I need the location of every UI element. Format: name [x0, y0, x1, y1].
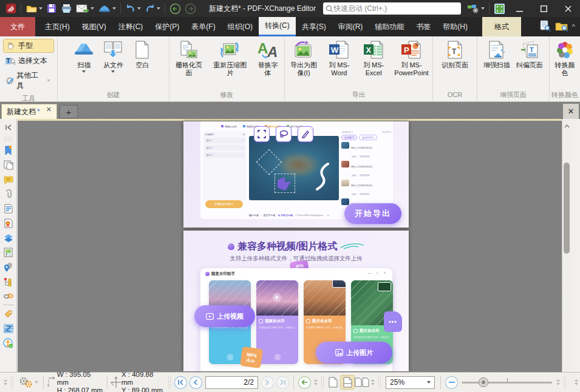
- other-tools-button[interactable]: 其他工具: [3, 69, 54, 92]
- tab-bookmarks[interactable]: 书签: [410, 17, 437, 36]
- statusbar-handle-3[interactable]: [321, 376, 325, 388]
- comments-panel-icon[interactable]: [2, 172, 15, 187]
- preferences-button[interactable]: [18, 376, 38, 388]
- email-button[interactable]: [74, 1, 96, 16]
- previous-page-button[interactable]: [189, 376, 202, 389]
- document-canvas[interactable]: 视频去水印 视频加水印 图片去水印 图片加水印 已选图片⟳ 图片1› 图片2› …: [18, 119, 571, 372]
- collapse-ribbon-icon[interactable]: ^: [572, 23, 575, 30]
- zoom-level-select[interactable]: 25%: [386, 376, 435, 389]
- hand-tool-button[interactable]: 手型: [3, 39, 54, 53]
- to-ms-powerpoint-button[interactable]: P 到 MS-PowerPoint: [391, 38, 432, 78]
- tab-close-icon[interactable]: ✕: [46, 106, 52, 113]
- scrollbar-thumb[interactable]: [564, 163, 570, 254]
- two-page-layout-button[interactable]: [355, 375, 369, 390]
- tab-format[interactable]: 格式: [482, 17, 521, 36]
- tab-organize[interactable]: 组织(O): [222, 17, 259, 36]
- save-button[interactable]: [44, 1, 59, 16]
- continuous-layout-button[interactable]: [340, 375, 355, 390]
- maximize-button[interactable]: [531, 0, 556, 17]
- drag-handle-icon[interactable]: [2, 135, 15, 143]
- replace-fonts-button[interactable]: AA 替换字体: [252, 38, 283, 78]
- signatures-panel-icon[interactable]: [2, 216, 15, 231]
- destinations-panel-icon[interactable]: [2, 260, 15, 274]
- statusbar-handle-2[interactable]: [168, 376, 172, 388]
- structure-panel-icon[interactable]: [2, 274, 15, 289]
- statusbar-overflow-icon[interactable]: [575, 380, 578, 385]
- first-page-button[interactable]: [174, 376, 187, 389]
- new-tab-button[interactable]: +: [60, 105, 78, 118]
- upload-image-button: 上传图片: [316, 342, 392, 363]
- zoom-options-expand-icon[interactable]: [556, 380, 560, 385]
- statusbar-handle-4[interactable]: [378, 376, 382, 388]
- redo-button[interactable]: [143, 1, 162, 16]
- find-in-folder-icon[interactable]: [555, 20, 568, 34]
- fullscreen-button[interactable]: [492, 1, 507, 16]
- ocr-pages-button[interactable]: T 识别页面: [439, 38, 471, 70]
- document-tab[interactable]: 新建文档 * ✕: [1, 104, 57, 119]
- convert-colors-button[interactable]: 转换颜色: [550, 38, 579, 78]
- cloud-icon[interactable]: [96, 1, 118, 16]
- statusbar-handle-5[interactable]: [563, 376, 567, 388]
- close-button[interactable]: [556, 0, 580, 17]
- from-file-button[interactable]: 从文件: [98, 38, 128, 73]
- open-file-button[interactable]: [24, 1, 44, 16]
- minimize-button[interactable]: [507, 0, 531, 17]
- tab-review[interactable]: 审阅(R): [332, 17, 369, 36]
- bookmarks-panel-icon[interactable]: [2, 143, 15, 158]
- next-page-button[interactable]: [261, 376, 274, 389]
- to-ms-excel-button[interactable]: X 到 MS-Excel: [357, 38, 391, 78]
- forward-button[interactable]: [183, 1, 198, 16]
- select-text-button[interactable]: T 选择文本: [3, 55, 54, 67]
- quick-launch-search[interactable]: [323, 2, 461, 15]
- scroll-up-icon[interactable]: [564, 121, 570, 130]
- zoom-slider-thumb[interactable]: [479, 377, 488, 387]
- search-input[interactable]: [333, 4, 449, 13]
- back-button[interactable]: [168, 1, 183, 16]
- accessibility-panel-icon[interactable]: [2, 336, 15, 350]
- undo-button[interactable]: [123, 1, 143, 16]
- last-page-button[interactable]: [276, 376, 289, 389]
- print-button[interactable]: [59, 1, 74, 16]
- statusbar-collapse-icon[interactable]: [4, 380, 7, 385]
- page-number-input[interactable]: [223, 378, 248, 387]
- rasterize-pages-button[interactable]: 栅格化页面: [170, 38, 208, 78]
- tab-accessibility[interactable]: 辅助功能: [369, 17, 410, 36]
- blank-page-button[interactable]: 空白: [128, 38, 157, 70]
- tab-home[interactable]: 主页(H): [39, 17, 76, 36]
- layers-panel-icon[interactable]: [2, 231, 15, 245]
- close-document-button[interactable]: ✕: [563, 104, 579, 119]
- tab-view[interactable]: 视图(V): [76, 17, 112, 36]
- enhance-scan-button[interactable]: 增强扫描: [480, 38, 513, 70]
- fields-panel-icon[interactable]: [2, 201, 15, 216]
- recompress-images-button[interactable]: 重新压缩图片: [208, 38, 252, 78]
- previous-view-button[interactable]: [298, 376, 311, 389]
- tab-convert[interactable]: 转换(C): [259, 17, 296, 36]
- scan-button[interactable]: 扫描: [69, 38, 98, 73]
- to-ms-word-button[interactable]: W 到 MS-Word: [322, 38, 356, 78]
- page-number-field[interactable]: /2: [205, 376, 258, 389]
- tags-panel-icon[interactable]: [2, 306, 15, 321]
- tab-help[interactable]: 帮助(H): [437, 17, 474, 36]
- order-panel-icon[interactable]: [2, 321, 15, 336]
- vertical-scrollbar[interactable]: [562, 119, 571, 372]
- zoom-slider[interactable]: [462, 376, 552, 388]
- tab-file[interactable]: 文件: [0, 17, 35, 36]
- thumbnails-panel-icon[interactable]: [2, 158, 15, 172]
- tab-form[interactable]: 表单(F): [185, 17, 221, 36]
- links-panel-icon[interactable]: [2, 289, 15, 303]
- ui-options-button[interactable]: [466, 1, 486, 16]
- content-panel-icon[interactable]: T: [2, 245, 15, 260]
- tab-protect[interactable]: 保护(P): [149, 17, 185, 36]
- attachments-panel-icon[interactable]: [2, 187, 15, 201]
- zoom-out-button[interactable]: [445, 376, 458, 389]
- tab-share[interactable]: 共享(S): [296, 17, 332, 36]
- single-page-layout-button[interactable]: [326, 375, 341, 390]
- deskew-pages-button[interactable]: T 纠偏页面: [513, 38, 546, 70]
- statusbar-handle[interactable]: [10, 376, 15, 388]
- view-history-expand-icon[interactable]: [314, 380, 318, 385]
- tab-comment[interactable]: 注释(C): [112, 17, 149, 36]
- layout-options-expand-icon[interactable]: [371, 380, 375, 385]
- find-in-document-icon[interactable]: [539, 20, 551, 34]
- panel-collapse-icon[interactable]: [2, 120, 15, 135]
- export-image-button[interactable]: 导出为图像(I): [285, 38, 322, 78]
